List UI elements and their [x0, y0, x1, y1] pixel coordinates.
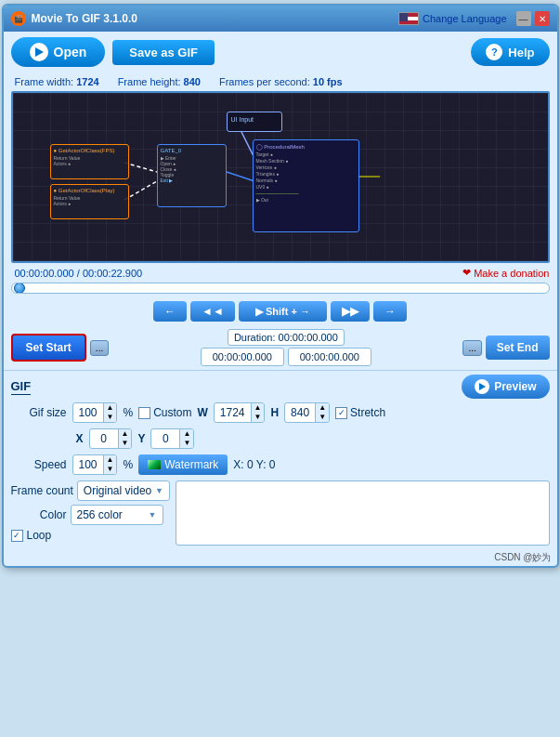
speed-spinner-btns: ▲ ▼: [103, 455, 117, 474]
color-value: 256 color: [77, 508, 123, 521]
watermark-button[interactable]: Watermark: [138, 454, 228, 475]
progress-bar[interactable]: [11, 283, 550, 294]
gif-controls: Gif size 100 ▲ ▼ % Custom W 1724: [11, 402, 550, 546]
help-button[interactable]: ? Help: [471, 38, 549, 66]
heart-icon: ❤: [462, 267, 471, 279]
speed-spinner: 100 ▲ ▼: [72, 454, 118, 475]
custom-checkbox-container: Custom: [138, 406, 191, 419]
donation-link[interactable]: ❤ Make a donation: [462, 267, 549, 279]
change-language-label: Change Language: [423, 13, 507, 24]
duration-display: Duration: 00:00:00.000: [228, 329, 345, 346]
set-end-button[interactable]: Set End: [486, 336, 550, 360]
custom-checkbox[interactable]: [138, 407, 150, 419]
gif-size-spinner-btns: ▲ ▼: [103, 403, 117, 422]
y-down-button[interactable]: ▼: [180, 439, 193, 448]
change-language-button[interactable]: Change Language: [398, 12, 507, 25]
current-time: 00:00:00.000 / 00:00:22.900: [11, 268, 147, 279]
stretch-label: Stretch: [350, 406, 385, 419]
x-value: 0: [90, 430, 118, 447]
open-button[interactable]: Open: [11, 37, 106, 67]
watermark-preview-area: [176, 480, 550, 546]
frame-width-value: 1724: [76, 76, 98, 87]
save-as-gif-button[interactable]: Save as GIF: [112, 40, 215, 65]
start-ellipsis-button[interactable]: ...: [90, 340, 109, 356]
frame-count-label: Frame count: [11, 484, 73, 497]
next-frame-button[interactable]: →: [373, 301, 407, 322]
speed-label: Speed: [11, 458, 67, 471]
x-label: X: [76, 432, 84, 445]
gif-size-value: 100: [73, 404, 103, 421]
stretch-checkbox[interactable]: ✓: [335, 407, 347, 419]
custom-label: Custom: [153, 406, 191, 419]
play-triangle-icon: [35, 47, 44, 57]
fps-value: 10 fps: [313, 76, 343, 87]
toolbar: Open Save as GIF ? Help: [4, 32, 557, 72]
gif-size-spinner: 100 ▲ ▼: [72, 402, 118, 423]
height-value: 840: [285, 404, 315, 421]
y-label: Y: [137, 432, 145, 445]
frame-count-dropdown[interactable]: Original video ▼: [77, 480, 170, 501]
title-left: 🎬 Movie To GIF 3.1.0.0: [11, 11, 137, 26]
width-spinner: 1724 ▲ ▼: [214, 402, 266, 423]
y-up-button[interactable]: ▲: [180, 429, 193, 439]
speed-up-button[interactable]: ▲: [104, 455, 117, 465]
end-ellipsis-button[interactable]: ...: [462, 340, 481, 356]
gif-size-label: Gif size: [11, 406, 67, 419]
progress-handle[interactable]: [14, 283, 25, 294]
color-dropdown[interactable]: 256 color ▼: [71, 505, 163, 525]
open-label: Open: [54, 45, 87, 59]
frame-count-row: Frame count Original video ▼ Color 256 c…: [11, 480, 550, 546]
gif-size-down-button[interactable]: ▼: [104, 413, 117, 422]
video-info: Frame width: 1724 Frame height: 840 Fram…: [4, 72, 557, 91]
xy-row: X 0 ▲ ▼ Y 0 ▲ ▼: [11, 428, 550, 449]
height-up-button[interactable]: ▲: [316, 403, 329, 413]
minimize-button[interactable]: —: [516, 11, 531, 26]
frame-height-label: Frame height: 840: [118, 76, 201, 87]
width-value: 1724: [215, 404, 251, 421]
speed-percent: %: [123, 458, 133, 471]
node-2: ● GetActorOfClass(Play) Return Value Act…: [50, 184, 129, 219]
speed-down-button[interactable]: ▼: [104, 465, 117, 474]
app-title: Movie To GIF 3.1.0.0: [32, 12, 137, 25]
save-label: Save as GIF: [129, 46, 198, 59]
preview-button[interactable]: Preview: [462, 375, 549, 399]
svg-line-2: [227, 172, 254, 181]
watermark-icon: [148, 460, 161, 469]
x-spinner-btns: ▲ ▼: [118, 429, 132, 448]
watermark-xy: X: 0 Y: 0: [233, 458, 275, 471]
loop-checkbox[interactable]: ✓: [11, 530, 23, 542]
frame-height-value: 840: [184, 76, 201, 87]
start-time-input[interactable]: [201, 348, 284, 366]
x-up-button[interactable]: ▲: [119, 429, 132, 439]
video-preview: UI Input ● GetActorOfClass(FPS) Return V…: [11, 91, 550, 263]
color-arrow-icon: ▼: [149, 510, 157, 520]
set-start-button[interactable]: Set Start: [11, 334, 86, 362]
loop-label: Loop: [27, 529, 52, 542]
y-spinner-btns: ▲ ▼: [179, 429, 193, 448]
w-label: W: [197, 406, 207, 419]
rewind-button[interactable]: ◄◄: [190, 301, 235, 322]
y-spinner: 0 ▲ ▼: [150, 428, 194, 449]
fast-forward-button[interactable]: ▶▶: [331, 301, 370, 322]
help-label: Help: [508, 46, 534, 59]
gif-section: GIF Preview Gif size 100 ▲ ▼ %: [4, 370, 557, 549]
x-spinner: 0 ▲ ▼: [89, 428, 133, 449]
gif-header: GIF Preview: [11, 375, 550, 399]
preview-label: Preview: [494, 380, 536, 393]
set-bar: Set Start ... Duration: 00:00:00.000 ...…: [4, 325, 557, 370]
close-button[interactable]: ✕: [535, 11, 550, 26]
loop-row: ✓ Loop: [11, 529, 170, 542]
prev-frame-button[interactable]: ←: [153, 301, 187, 322]
fps-label: Frames per second: 10 fps: [219, 76, 343, 87]
gif-section-label: GIF: [11, 379, 32, 395]
x-down-button[interactable]: ▼: [119, 439, 132, 448]
width-up-button[interactable]: ▲: [252, 403, 265, 413]
frame-width-label: Frame width: 1724: [15, 76, 99, 87]
gif-size-up-button[interactable]: ▲: [104, 403, 117, 413]
frame-count-arrow-icon: ▼: [155, 486, 163, 495]
play-shift-button[interactable]: ▶ Shift + →: [239, 301, 327, 322]
width-down-button[interactable]: ▼: [252, 413, 265, 422]
end-time-input[interactable]: [288, 348, 371, 366]
title-bar: 🎬 Movie To GIF 3.1.0.0 Change Language —…: [4, 6, 557, 32]
height-down-button[interactable]: ▼: [316, 413, 329, 422]
